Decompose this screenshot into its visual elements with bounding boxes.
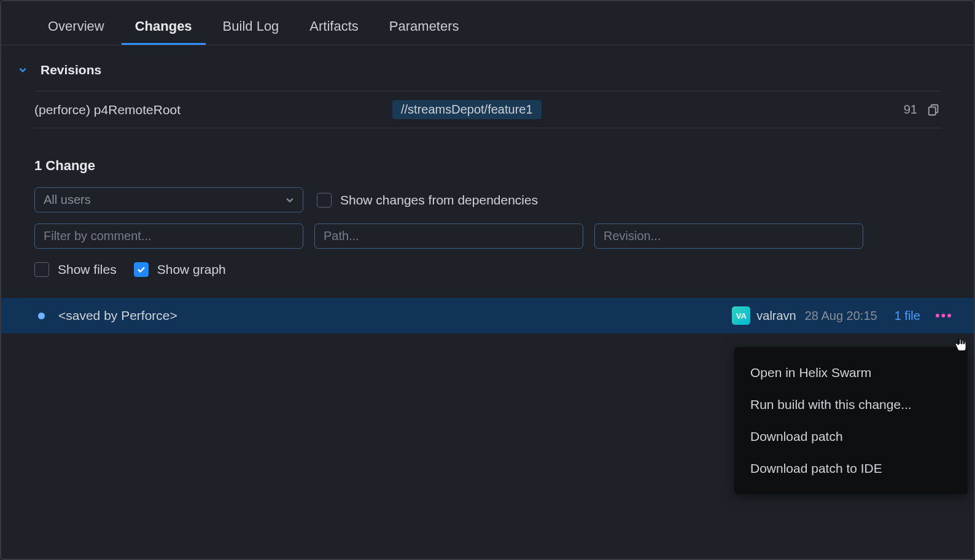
- tab-bar: Overview Changes Build Log Artifacts Par…: [1, 1, 974, 45]
- changes-title: 1 Change: [34, 158, 941, 174]
- graph-dot-icon: [38, 313, 45, 319]
- svg-rect-1: [929, 107, 936, 115]
- changes-section: 1 Change All users Show changes from dep…: [1, 128, 974, 333]
- revisions-section: Revisions (perforce) p4RemoteRoot //stre…: [1, 45, 974, 128]
- menu-download-patch-ide[interactable]: Download patch to IDE: [734, 453, 968, 484]
- more-actions-icon[interactable]: •••: [935, 308, 953, 324]
- stream-badge: //streamsDepot/feature1: [392, 100, 542, 119]
- filter-inputs-row: [34, 224, 941, 249]
- revision-count: 91: [904, 103, 917, 117]
- change-row[interactable]: <saved by Perforce> VA valravn 28 Aug 20…: [1, 298, 974, 333]
- tab-parameters[interactable]: Parameters: [376, 12, 473, 45]
- avatar: VA: [732, 306, 750, 325]
- revision-row[interactable]: (perforce) p4RemoteRoot //streamsDepot/f…: [34, 91, 941, 128]
- revisions-title: Revisions: [41, 63, 101, 77]
- path-filter-input[interactable]: [314, 224, 583, 249]
- copy-icon[interactable]: [927, 103, 941, 117]
- tab-buildlog[interactable]: Build Log: [209, 12, 293, 45]
- tab-overview[interactable]: Overview: [34, 12, 118, 45]
- display-options-row: Show files Show graph: [34, 262, 941, 277]
- tab-artifacts[interactable]: Artifacts: [296, 12, 371, 45]
- username: valravn: [756, 309, 796, 323]
- show-graph-checkbox[interactable]: [134, 262, 149, 277]
- dependencies-checkbox[interactable]: [317, 193, 332, 208]
- tab-changes[interactable]: Changes: [122, 12, 206, 45]
- show-files-checkbox[interactable]: [34, 262, 49, 277]
- context-menu: Open in Helix Swarm Run build with this …: [734, 347, 968, 494]
- dependencies-checkbox-wrap[interactable]: Show changes from dependencies: [317, 193, 538, 208]
- timestamp: 28 Aug 20:15: [805, 309, 877, 323]
- revision-filter-input[interactable]: [594, 224, 863, 249]
- comment-filter-input[interactable]: [34, 224, 303, 249]
- show-graph-checkbox-wrap[interactable]: Show graph: [134, 262, 226, 277]
- file-count[interactable]: 1 file: [895, 309, 920, 323]
- users-select-label: All users: [44, 193, 91, 207]
- menu-open-helix-swarm[interactable]: Open in Helix Swarm: [734, 357, 968, 389]
- filter-row: All users Show changes from dependencies: [34, 187, 941, 212]
- dependencies-label: Show changes from dependencies: [340, 193, 538, 208]
- revisions-toggle[interactable]: Revisions: [34, 63, 941, 77]
- show-files-label: Show files: [58, 262, 117, 277]
- chevron-down-icon: [18, 66, 27, 74]
- chevron-down-icon: [286, 196, 294, 204]
- change-message: <saved by Perforce>: [58, 308, 732, 323]
- menu-run-build[interactable]: Run build with this change...: [734, 389, 968, 421]
- menu-download-patch[interactable]: Download patch: [734, 421, 968, 453]
- show-files-checkbox-wrap[interactable]: Show files: [34, 262, 117, 277]
- show-graph-label: Show graph: [157, 262, 226, 277]
- users-select[interactable]: All users: [34, 187, 303, 212]
- vcs-root-label: (perforce) p4RemoteRoot: [34, 103, 392, 117]
